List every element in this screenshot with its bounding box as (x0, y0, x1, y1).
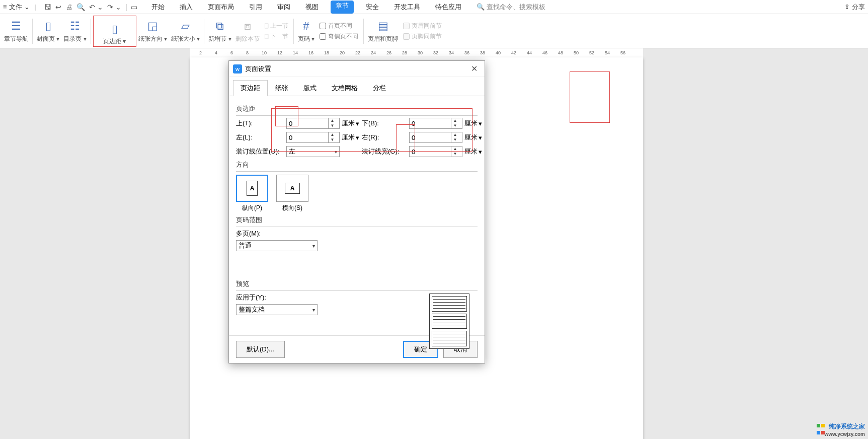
section-del-icon: ⧈ (244, 20, 251, 33)
dtab-grid[interactable]: 文档网格 (324, 80, 365, 96)
landscape-box[interactable]: A (276, 175, 308, 202)
close-button[interactable]: ✕ (468, 64, 481, 74)
spin-buttons[interactable]: ▲▼ (328, 132, 336, 142)
ruler-tick: 30 (418, 50, 423, 55)
undo-icon[interactable]: ↶ ⌄ (89, 3, 103, 11)
chevron-down-icon: ▾ (312, 307, 315, 313)
spin-buttons[interactable]: ▲▼ (451, 118, 459, 128)
right-spinbox[interactable]: ▲▼ (409, 132, 462, 143)
tab-security[interactable]: 安全 (363, 1, 382, 14)
margins-grid: 上(T): ▲▼ 厘米▾ 下(B): ▲▼ 厘米▾ 左(L): ▲▼ 厘米▾ 右… (236, 118, 478, 157)
print-preview-icon[interactable]: 🔍 (76, 3, 85, 11)
left-spinbox[interactable]: ▲▼ (286, 132, 340, 143)
file-menu[interactable]: ≡ 文件 ⌄ (3, 3, 30, 12)
separator: | (125, 3, 127, 11)
tab-review[interactable]: 审阅 (274, 1, 293, 14)
tab-special[interactable]: 特色应用 (432, 1, 464, 14)
spin-buttons[interactable]: ▲▼ (451, 132, 459, 142)
command-search[interactable]: 🔍 查找命令、搜索模板 (477, 3, 545, 12)
apply-to-combo[interactable]: 整篇文档▾ (236, 304, 318, 315)
ruler-tick: 56 (620, 50, 625, 55)
ruler-tick: 26 (386, 50, 391, 55)
right-unit[interactable]: 厘米▾ (464, 133, 483, 142)
gutter-pos-combo[interactable]: 左▾ (286, 146, 340, 157)
cover-page-button[interactable]: ▯ 封面页 ▾ (35, 19, 61, 43)
checkbox (403, 23, 410, 29)
toc-page-button[interactable]: ☷ 目录页 ▾ (61, 19, 88, 43)
ruler-tick: 46 (542, 50, 547, 55)
share-button[interactable]: ⇪ 分享 (844, 3, 865, 12)
cover-icon: ▯ (45, 20, 51, 33)
add-section-button[interactable]: ⧉ 新增节 ▾ (206, 19, 233, 43)
top-unit[interactable]: 厘米▾ (342, 119, 360, 128)
header-footer-button[interactable]: ▤ 页眉和页脚 (366, 19, 400, 43)
save-icon[interactable]: 🖫 (44, 3, 51, 11)
open-icon[interactable]: ↩ (55, 3, 61, 11)
spin-buttons[interactable]: ▲▼ (451, 147, 459, 157)
gutter-unit[interactable]: 厘米▾ (464, 147, 483, 156)
first-page-diff-check[interactable]: 首页不同 (320, 22, 358, 30)
section-nav-button[interactable]: ☰ 章节导航 (2, 19, 30, 43)
share-icon: ⇪ (844, 3, 850, 11)
left-unit[interactable]: 厘米▾ (342, 133, 360, 142)
next-section-button: ⎕下一节 (265, 32, 288, 41)
landscape-option[interactable]: A 横向(S) (276, 175, 308, 212)
ruler-tick: 20 (340, 50, 345, 55)
bottom-spinbox[interactable]: ▲▼ (409, 118, 462, 129)
ruler-tick: 32 (433, 50, 438, 55)
spin-buttons[interactable]: ▲▼ (328, 118, 336, 128)
dtab-paper[interactable]: 纸张 (268, 80, 296, 96)
separator (204, 19, 204, 44)
section-nav-small: ⎕上一节 ⎕下一节 (262, 22, 291, 41)
ruler-tick: 4 (215, 50, 217, 55)
dtab-layout[interactable]: 版式 (296, 80, 324, 96)
default-button[interactable]: 默认(D)... (236, 341, 285, 358)
orientation-button[interactable]: ◲ 纸张方向 ▾ (136, 19, 169, 43)
tab-section[interactable]: 章节 (331, 1, 354, 14)
margins-button[interactable]: ▯ 页边距 ▾ (93, 16, 136, 47)
nav-icon: ☰ (11, 20, 21, 33)
checkbox[interactable] (320, 33, 326, 40)
ruler-tick: 2 (199, 50, 202, 55)
dtab-columns[interactable]: 分栏 (365, 80, 393, 96)
paper-size-button[interactable]: ▱ 纸张大小 ▾ (169, 19, 202, 43)
tab-start[interactable]: 开始 (148, 1, 168, 14)
redo-icon[interactable]: ↷ ⌄ (107, 3, 121, 11)
odd-even-diff-check[interactable]: 奇偶页不同 (320, 32, 358, 41)
overline-icon[interactable]: ▭ (131, 3, 137, 11)
right-input[interactable] (410, 132, 451, 142)
bottom-label: 下(B): (362, 119, 407, 128)
print-icon[interactable]: 🖨 (65, 3, 72, 11)
tab-view[interactable]: 视图 (302, 1, 322, 14)
ruler-marks: 2468101214161820222426283032343638404244… (190, 48, 643, 57)
gutter-width-spinbox[interactable]: ▲▼ (409, 146, 462, 157)
tab-devtools[interactable]: 开发工具 (391, 1, 423, 14)
chevron-down-icon: ▾ (479, 148, 482, 156)
page-number-button[interactable]: # 页码 ▾ (296, 19, 317, 43)
spacer (290, 341, 398, 358)
multi-page-combo[interactable]: 普通▾ (236, 240, 318, 251)
dtab-margins[interactable]: 页边距 (233, 80, 268, 96)
tab-reference[interactable]: 引用 (246, 1, 265, 14)
checkbox[interactable] (320, 23, 326, 29)
watermark-name: 纯净系统之家 (829, 423, 865, 430)
tab-insert[interactable]: 插入 (177, 1, 196, 14)
bottom-unit[interactable]: 厘米▾ (464, 119, 483, 128)
top-spinbox[interactable]: ▲▼ (286, 118, 340, 129)
tab-pagelayout[interactable]: 页面布局 (205, 1, 237, 14)
bottom-input[interactable] (410, 118, 451, 128)
left-input[interactable] (287, 132, 328, 142)
multi-page-label: 多页(M): (236, 229, 478, 238)
dialog-titlebar: w 页面设置 ✕ (229, 61, 485, 77)
chevron-down-icon: ▾ (55, 35, 59, 42)
header-same-checks: 页眉同前节 页脚同前节 (400, 22, 445, 41)
chevron-down-icon: ▾ (356, 134, 359, 141)
top-input[interactable] (287, 118, 328, 128)
orientation-section-label: 方向 (236, 160, 478, 169)
gutter-width-input[interactable] (410, 147, 451, 157)
ruler-tick: 12 (277, 50, 282, 55)
separator (91, 19, 91, 44)
preview-thumbnail (429, 294, 469, 349)
portrait-option[interactable]: A 纵向(P) (236, 175, 268, 212)
portrait-box[interactable]: A (236, 175, 268, 202)
